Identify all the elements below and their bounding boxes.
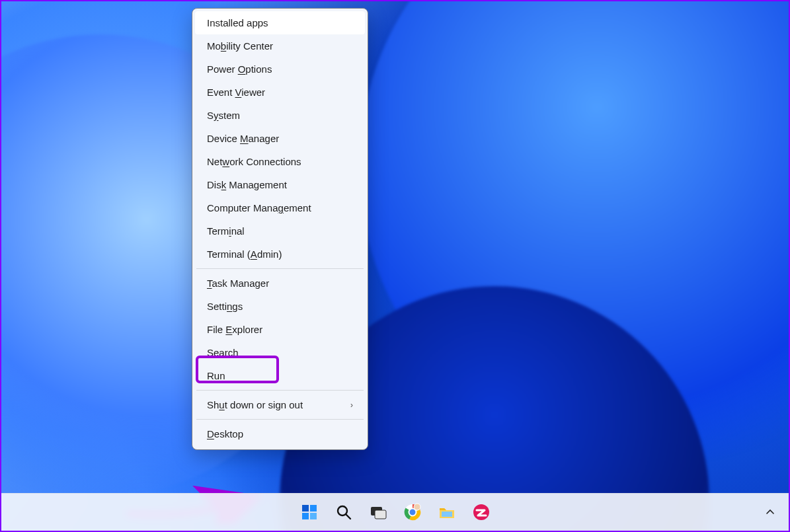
menu-item-event-viewer[interactable]: Event Viewer [195,81,365,104]
start-context-menu: Installed appsMobility CenterPower Optio… [192,8,368,450]
system-tray [761,494,779,531]
menu-separator [196,268,364,269]
zoho-icon [471,502,491,522]
menu-item-label: Desktop [207,428,243,439]
menu-item-label: Terminal (Admin) [207,248,282,260]
menu-separator [196,419,364,420]
menu-item-disk-management[interactable]: Disk Management [195,173,365,196]
menu-item-label: Settings [207,301,243,312]
start-button[interactable] [296,498,323,526]
menu-item-file-explorer[interactable]: File Explorer [195,318,365,341]
svg-point-10 [414,504,420,510]
search-icon [334,502,354,522]
chrome-app[interactable] [399,498,426,526]
svg-rect-1 [310,505,317,512]
svg-rect-2 [302,513,309,519]
menu-item-run[interactable]: Run [195,364,365,387]
menu-item-device-manager[interactable]: Device Manager [195,127,365,150]
menu-item-label: Event Viewer [207,87,265,98]
task-view-icon [368,502,388,522]
chrome-icon [403,502,422,522]
menu-item-power-options[interactable]: Power Options [195,57,365,81]
chevron-up-icon [766,508,775,517]
menu-item-network-connections[interactable]: Network Connections [195,150,365,173]
zoho-app[interactable] [467,498,495,526]
menu-item-search[interactable]: Search [195,341,365,364]
file-explorer-app[interactable] [433,498,461,526]
menu-item-shut-down-or-sign-out[interactable]: Shut down or sign out› [195,393,365,416]
menu-item-label: Task Manager [207,278,269,289]
svg-rect-3 [310,513,317,519]
menu-separator [196,390,364,391]
menu-item-settings[interactable]: Settings [195,295,365,318]
svg-rect-0 [302,505,309,512]
desktop-wallpaper [1,1,789,531]
menu-item-label: Run [207,370,225,381]
menu-item-label: Disk Management [207,179,287,190]
menu-item-desktop[interactable]: Desktop [195,422,365,445]
windows-logo-icon [299,502,319,522]
menu-item-mobility-center[interactable]: Mobility Center [195,34,365,57]
menu-item-label: Device Manager [207,133,279,144]
svg-rect-7 [375,510,386,519]
menu-item-label: Installed apps [207,17,268,28]
svg-rect-11 [442,512,452,517]
menu-item-task-manager[interactable]: Task Manager [195,272,365,295]
task-view-button[interactable] [364,498,392,526]
menu-item-label: Mobility Center [207,40,273,52]
menu-item-label: Computer Management [207,202,311,213]
menu-item-system[interactable]: System [195,104,365,127]
submenu-arrow-icon: › [350,400,353,410]
menu-item-label: Search [207,347,239,358]
menu-item-label: Power Options [207,63,272,75]
menu-item-terminal[interactable]: Terminal [195,219,365,243]
taskbar [1,493,789,531]
svg-line-5 [346,515,350,519]
menu-item-label: System [207,110,240,121]
menu-item-computer-management[interactable]: Computer Management [195,196,365,219]
menu-item-label: File Explorer [207,324,262,335]
menu-item-label: Terminal [207,225,245,237]
tray-overflow-button[interactable] [761,503,779,521]
menu-item-label: Network Connections [207,156,301,167]
menu-item-terminal-admin[interactable]: Terminal (Admin) [195,243,365,266]
menu-item-installed-apps[interactable]: Installed apps [195,11,365,34]
menu-item-label: Shut down or sign out [207,399,303,410]
folder-icon [437,502,457,522]
search-button[interactable] [330,498,358,526]
